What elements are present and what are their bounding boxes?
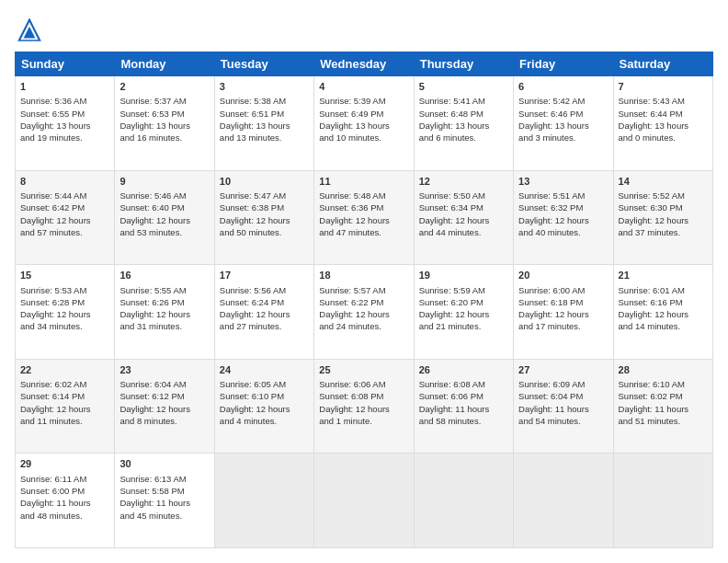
day-info: Daylight: 13 hours	[119, 120, 209, 132]
day-info: Sunrise: 5:47 AM	[220, 190, 309, 201]
calendar-cell: 15Sunrise: 5:53 AMSunset: 6:28 PMDayligh…	[16, 265, 115, 360]
day-info: Sunset: 6:00 PM	[20, 485, 109, 497]
day-info: Sunset: 6:51 PM	[220, 108, 309, 120]
day-info: Sunset: 6:14 PM	[20, 390, 109, 402]
day-info: Sunset: 6:16 PM	[619, 296, 708, 308]
day-number: 11	[319, 175, 408, 189]
day-info: Daylight: 12 hours	[20, 214, 109, 226]
calendar-header-row: SundayMondayTuesdayWednesdayThursdayFrid…	[16, 52, 713, 76]
calendar-cell	[314, 454, 414, 548]
weekday-header-tuesday: Tuesday	[214, 52, 313, 76]
calendar-cell: 12Sunrise: 5:50 AMSunset: 6:34 PMDayligh…	[414, 170, 513, 265]
day-info: Daylight: 13 hours	[220, 120, 309, 132]
day-number: 14	[619, 175, 708, 189]
day-number: 25	[319, 363, 408, 377]
day-info: Sunrise: 5:41 AM	[419, 95, 508, 107]
day-info: Daylight: 12 hours	[518, 214, 608, 226]
day-info: Daylight: 12 hours	[419, 308, 508, 320]
day-number: 30	[119, 457, 209, 471]
calendar-cell: 13Sunrise: 5:51 AMSunset: 6:32 PMDayligh…	[514, 170, 613, 265]
day-info: Sunset: 6:44 PM	[619, 108, 708, 120]
day-info: Sunset: 6:55 PM	[20, 108, 109, 120]
calendar-cell: 9Sunrise: 5:46 AMSunset: 6:40 PMDaylight…	[115, 170, 214, 265]
day-number: 29	[20, 457, 109, 471]
day-number: 18	[319, 269, 408, 282]
day-info: Sunrise: 5:38 AM	[220, 95, 309, 107]
page: SundayMondayTuesdayWednesdayThursdayFrid…	[0, 0, 728, 563]
day-number: 16	[119, 269, 209, 282]
day-info: Sunset: 6:53 PM	[119, 108, 209, 120]
logo	[15, 15, 48, 44]
weekday-header-sunday: Sunday	[16, 52, 115, 76]
day-info: and 17 minutes.	[518, 320, 608, 332]
day-info: Sunrise: 6:02 AM	[20, 378, 109, 390]
day-info: Sunset: 6:26 PM	[119, 296, 209, 308]
day-info: Daylight: 12 hours	[220, 214, 309, 226]
day-number: 19	[419, 269, 508, 282]
calendar-cell	[613, 454, 712, 548]
calendar-cell: 29Sunrise: 6:11 AMSunset: 6:00 PMDayligh…	[16, 454, 115, 548]
calendar-cell: 7Sunrise: 5:43 AMSunset: 6:44 PMDaylight…	[613, 76, 712, 171]
day-info: Sunrise: 6:08 AM	[419, 378, 508, 390]
day-number: 6	[518, 80, 608, 94]
day-info: and 54 minutes.	[518, 415, 608, 427]
calendar-cell: 22Sunrise: 6:02 AMSunset: 6:14 PMDayligh…	[16, 359, 115, 454]
day-number: 10	[220, 175, 309, 189]
day-info: Daylight: 11 hours	[619, 403, 708, 415]
day-info: Daylight: 13 hours	[419, 120, 508, 132]
calendar-cell: 25Sunrise: 6:06 AMSunset: 6:08 PMDayligh…	[314, 359, 414, 454]
day-info: and 58 minutes.	[419, 415, 508, 427]
day-info: Sunset: 6:30 PM	[619, 201, 708, 213]
calendar-week-5: 29Sunrise: 6:11 AMSunset: 6:00 PMDayligh…	[16, 454, 713, 548]
day-number: 27	[518, 363, 608, 377]
day-info: Sunset: 6:48 PM	[419, 108, 508, 120]
day-info: Sunrise: 5:48 AM	[319, 190, 408, 201]
day-info: Sunrise: 6:05 AM	[220, 378, 309, 390]
calendar-cell	[214, 454, 313, 548]
calendar-cell: 4Sunrise: 5:39 AMSunset: 6:49 PMDaylight…	[314, 76, 414, 171]
day-info: and 37 minutes.	[619, 226, 708, 238]
day-info: Sunrise: 6:01 AM	[619, 284, 708, 296]
day-info: Daylight: 11 hours	[518, 403, 608, 415]
day-info: Sunrise: 5:46 AM	[119, 190, 209, 201]
day-info: and 6 minutes.	[419, 132, 508, 144]
calendar-cell: 23Sunrise: 6:04 AMSunset: 6:12 PMDayligh…	[115, 359, 214, 454]
calendar-cell: 10Sunrise: 5:47 AMSunset: 6:38 PMDayligh…	[214, 170, 313, 265]
day-info: Sunrise: 5:52 AM	[619, 190, 708, 201]
day-info: and 57 minutes.	[20, 226, 109, 238]
day-info: Sunrise: 6:11 AM	[20, 473, 109, 485]
day-info: Daylight: 12 hours	[619, 214, 708, 226]
day-number: 17	[220, 269, 309, 282]
day-info: Sunrise: 5:39 AM	[319, 95, 408, 107]
calendar-cell: 11Sunrise: 5:48 AMSunset: 6:36 PMDayligh…	[314, 170, 414, 265]
day-info: and 21 minutes.	[419, 320, 508, 332]
day-info: Sunrise: 5:50 AM	[419, 190, 508, 201]
day-number: 12	[419, 175, 508, 189]
day-info: and 14 minutes.	[619, 320, 708, 332]
day-info: Sunrise: 5:56 AM	[220, 284, 309, 296]
day-number: 4	[319, 80, 408, 94]
day-info: Daylight: 11 hours	[119, 497, 209, 509]
calendar-cell: 19Sunrise: 5:59 AMSunset: 6:20 PMDayligh…	[414, 265, 513, 360]
day-number: 21	[619, 269, 708, 282]
day-info: Sunset: 6:10 PM	[220, 390, 309, 402]
day-info: and 16 minutes.	[119, 132, 209, 144]
day-info: Daylight: 13 hours	[518, 120, 608, 132]
day-number: 7	[619, 80, 708, 94]
day-info: Sunrise: 5:57 AM	[319, 284, 408, 296]
calendar-cell: 24Sunrise: 6:05 AMSunset: 6:10 PMDayligh…	[214, 359, 313, 454]
day-info: Sunset: 6:18 PM	[518, 296, 608, 308]
calendar-week-3: 15Sunrise: 5:53 AMSunset: 6:28 PMDayligh…	[16, 265, 713, 360]
calendar-week-4: 22Sunrise: 6:02 AMSunset: 6:14 PMDayligh…	[16, 359, 713, 454]
day-number: 5	[419, 80, 508, 94]
weekday-header-monday: Monday	[115, 52, 214, 76]
day-info: Daylight: 13 hours	[619, 120, 708, 132]
calendar-week-1: 1Sunrise: 5:36 AMSunset: 6:55 PMDaylight…	[16, 76, 713, 171]
calendar-cell: 16Sunrise: 5:55 AMSunset: 6:26 PMDayligh…	[115, 265, 214, 360]
day-number: 13	[518, 175, 608, 189]
calendar-cell: 18Sunrise: 5:57 AMSunset: 6:22 PMDayligh…	[314, 265, 414, 360]
day-info: Sunset: 6:32 PM	[518, 201, 608, 213]
day-info: Sunset: 6:36 PM	[319, 201, 408, 213]
day-info: Daylight: 11 hours	[20, 497, 109, 509]
day-info: and 13 minutes.	[220, 132, 309, 144]
